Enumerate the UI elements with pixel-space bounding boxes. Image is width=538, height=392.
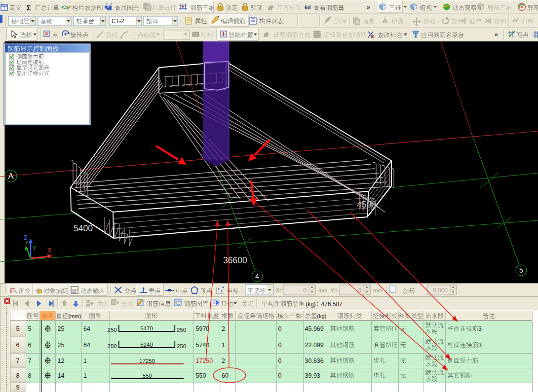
svg-text:0: 0 <box>303 287 307 294</box>
svg-text:0: 0 <box>278 342 282 349</box>
svg-text:X: X <box>47 247 51 254</box>
svg-text:5970: 5970 <box>196 325 210 332</box>
svg-text:(kg): (kg) <box>317 313 326 319</box>
svg-text:Z: Z <box>24 234 27 241</box>
svg-text:5: 5 <box>16 325 20 332</box>
svg-text:12: 12 <box>58 357 65 364</box>
svg-text:17250: 17250 <box>196 357 213 364</box>
svg-text:4500: 4500 <box>357 200 376 210</box>
svg-text:39.93: 39.93 <box>305 372 320 379</box>
svg-text:6: 6 <box>16 342 20 349</box>
svg-text:Y=: Y= <box>330 287 338 294</box>
svg-text:7: 7 <box>16 357 20 364</box>
svg-text:5: 5 <box>28 325 32 332</box>
svg-text:»: » <box>495 31 498 38</box>
svg-text:64: 64 <box>83 342 90 349</box>
svg-text:7: 7 <box>28 357 32 364</box>
svg-text:250: 250 <box>177 343 186 349</box>
svg-text:14: 14 <box>58 372 65 379</box>
svg-text:12: 12 <box>72 290 76 293</box>
svg-text:9: 9 <box>16 384 20 391</box>
svg-text:5470: 5470 <box>140 325 153 331</box>
svg-text:17250: 17250 <box>139 358 155 364</box>
svg-text:0: 0 <box>358 287 361 294</box>
svg-text:64: 64 <box>83 325 90 332</box>
svg-text:mm: mm <box>373 287 382 293</box>
svg-text:2: 2 <box>222 357 225 364</box>
svg-text:2: 2 <box>222 325 225 332</box>
svg-text:550: 550 <box>142 373 152 379</box>
svg-text:mm: mm <box>318 287 327 293</box>
svg-text:0: 0 <box>278 357 282 364</box>
svg-text:30.636: 30.636 <box>305 357 324 364</box>
svg-text:60: 60 <box>222 372 229 379</box>
svg-text:»: » <box>367 4 370 11</box>
svg-text:6: 6 <box>28 342 32 349</box>
svg-text:5240: 5240 <box>140 342 153 348</box>
svg-text:8: 8 <box>16 372 20 379</box>
svg-text:25: 25 <box>58 325 65 332</box>
svg-text:6d: 6d <box>305 4 311 10</box>
svg-text:8: 8 <box>28 372 32 379</box>
svg-text:5400: 5400 <box>74 223 93 233</box>
svg-text:250: 250 <box>108 327 117 333</box>
svg-text:Σ: Σ <box>27 3 31 12</box>
svg-text:(mm): (mm) <box>68 313 81 319</box>
svg-text:(kg): (kg) <box>306 301 316 308</box>
svg-text:22.099: 22.099 <box>305 342 324 349</box>
svg-text:1: 1 <box>83 372 87 379</box>
svg-text:36600: 36600 <box>223 255 247 265</box>
svg-text:5: 5 <box>519 266 523 274</box>
svg-text:3: 3 <box>478 325 482 332</box>
svg-text:X=: X= <box>275 287 283 294</box>
svg-text:CT-2: CT-2 <box>112 18 124 25</box>
svg-text:25: 25 <box>58 342 65 349</box>
svg-text:Y: Y <box>33 245 37 251</box>
svg-text:0.000: 0.000 <box>433 287 448 294</box>
svg-text:250: 250 <box>177 327 186 333</box>
svg-text:250: 250 <box>108 343 117 349</box>
svg-text:0: 0 <box>278 372 282 379</box>
svg-text:476.587: 476.587 <box>321 301 343 308</box>
svg-text:550: 550 <box>196 372 206 379</box>
svg-text:3: 3 <box>478 342 482 349</box>
svg-text:4: 4 <box>255 272 259 280</box>
svg-text:45.969: 45.969 <box>305 325 324 332</box>
svg-text:A: A <box>8 172 14 181</box>
svg-text:1: 1 <box>222 342 225 349</box>
svg-text:1: 1 <box>83 357 87 364</box>
svg-text:0: 0 <box>278 325 282 332</box>
